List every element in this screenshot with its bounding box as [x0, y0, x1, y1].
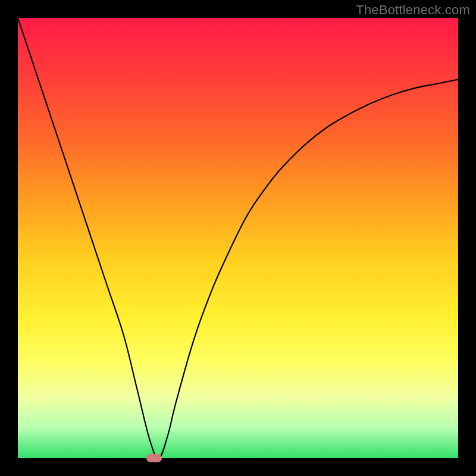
watermark-text: TheBottleneck.com	[356, 2, 470, 18]
curve-svg	[18, 18, 458, 458]
bottleneck-curve	[18, 18, 458, 458]
chart-frame: TheBottleneck.com	[0, 0, 476, 476]
plot-area	[18, 18, 458, 458]
optimal-point-marker	[146, 454, 162, 462]
